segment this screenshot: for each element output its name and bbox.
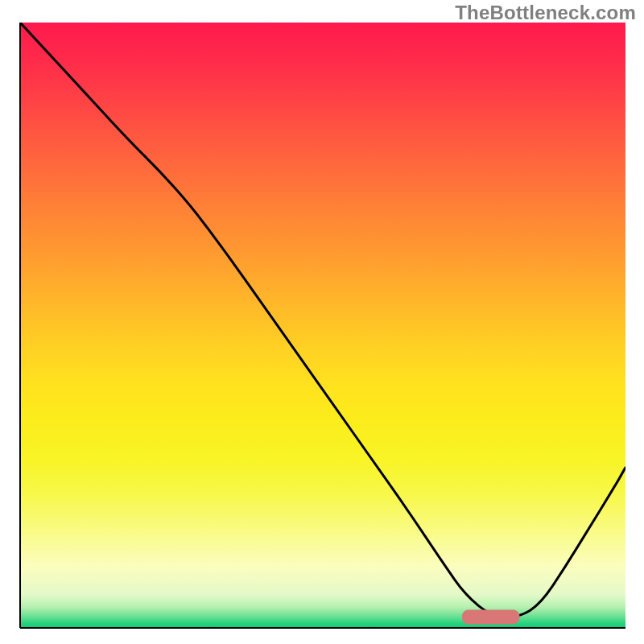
bottleneck-plot — [0, 0, 644, 644]
optimal-range-marker — [462, 609, 519, 624]
chart-frame: TheBottleneck.com — [0, 0, 644, 644]
watermark-label: TheBottleneck.com — [455, 2, 636, 24]
heat-gradient-background — [20, 23, 625, 628]
